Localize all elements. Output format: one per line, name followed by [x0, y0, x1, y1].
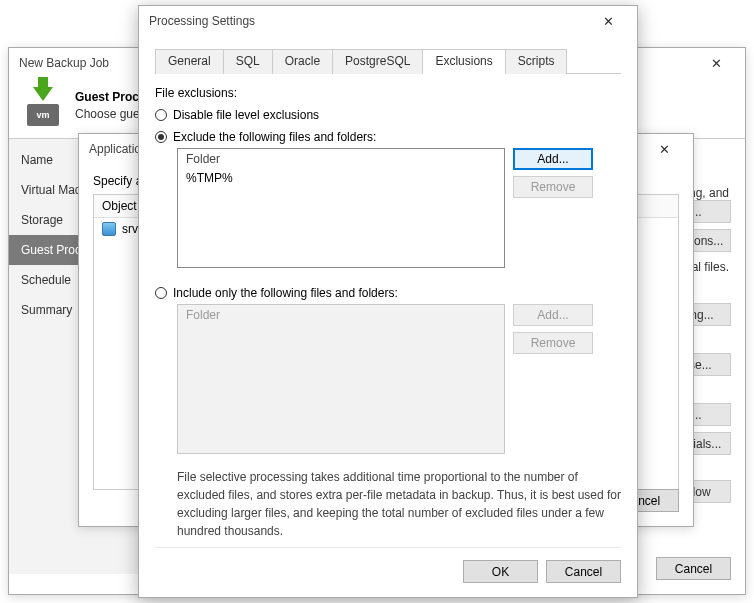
- include-list: Folder: [177, 304, 505, 454]
- window-title: Processing Settings: [149, 14, 589, 28]
- processing-settings-window: Processing Settings ✕ General SQL Oracle…: [138, 5, 638, 598]
- radio-exclude[interactable]: Exclude the following files and folders:: [155, 130, 621, 144]
- disks-icon: [102, 222, 116, 236]
- exclude-list[interactable]: Folder %TMP%: [177, 148, 505, 268]
- radio-icon: [155, 287, 167, 299]
- tab-exclusions[interactable]: Exclusions: [422, 49, 505, 74]
- object-name: srv: [122, 222, 138, 236]
- radio-include[interactable]: Include only the following files and fol…: [155, 286, 621, 300]
- cancel-button[interactable]: Cancel: [546, 560, 621, 583]
- tab-oracle[interactable]: Oracle: [272, 49, 333, 74]
- close-icon[interactable]: ✕: [645, 142, 683, 157]
- tab-general[interactable]: General: [155, 49, 224, 74]
- radio-icon: [155, 131, 167, 143]
- vm-download-icon: vm: [23, 90, 63, 130]
- tab-scripts[interactable]: Scripts: [505, 49, 568, 74]
- remove-button: Remove: [513, 332, 593, 354]
- help-text: File selective processing takes addition…: [177, 468, 621, 540]
- close-icon[interactable]: ✕: [697, 56, 735, 71]
- column-header-folder: Folder: [178, 305, 504, 325]
- add-button: Add...: [513, 304, 593, 326]
- column-header-folder[interactable]: Folder: [178, 149, 504, 169]
- add-button[interactable]: Add...: [513, 148, 593, 170]
- list-item[interactable]: %TMP%: [186, 171, 496, 185]
- cancel-button[interactable]: Cancel: [656, 557, 731, 580]
- close-icon[interactable]: ✕: [589, 14, 627, 29]
- tab-postgresql[interactable]: PostgreSQL: [332, 49, 423, 74]
- radio-icon: [155, 109, 167, 121]
- remove-button: Remove: [513, 176, 593, 198]
- ok-button[interactable]: OK: [463, 560, 538, 583]
- section-label: File exclusions:: [155, 86, 621, 100]
- tabstrip: General SQL Oracle PostgreSQL Exclusions…: [155, 48, 621, 74]
- radio-disable[interactable]: Disable file level exclusions: [155, 108, 621, 122]
- titlebar[interactable]: Processing Settings ✕: [139, 6, 637, 36]
- tab-sql[interactable]: SQL: [223, 49, 273, 74]
